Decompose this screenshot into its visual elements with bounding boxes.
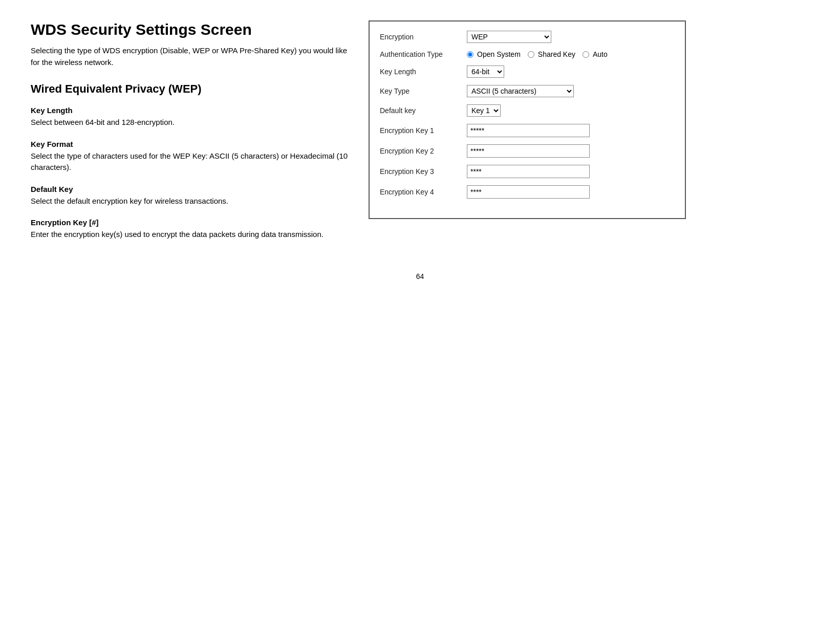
auto-option[interactable]: Auto (583, 50, 608, 58)
key-length-body: Select between 64-bit and 128-encryption… (31, 117, 348, 128)
key-type-select[interactable]: ASCII (5 characters) Hexadecimal (10 cha… (467, 85, 574, 97)
default-key-title: Default Key (31, 185, 348, 193)
enc-key2-row: Encryption Key 2 (380, 144, 675, 158)
key-length-select[interactable]: 64-bit 128-bit (467, 66, 504, 78)
key-length-form-label: Key Length (380, 68, 462, 76)
page-title: WDS Security Settings Screen (31, 20, 348, 39)
content-area: WDS Security Settings Screen Selecting t… (31, 20, 809, 252)
key-length-row: Key Length 64-bit 128-bit (380, 66, 675, 78)
open-system-label: Open System (477, 50, 521, 58)
auto-label: Auto (593, 50, 608, 58)
enc-key2-label: Encryption Key 2 (380, 147, 462, 155)
encryption-control: WEP Disable WPA Pre-Shared Key (467, 31, 675, 43)
auth-type-row: Authentication Type Open System Shared K… (380, 50, 675, 58)
enc-key1-input[interactable] (467, 124, 590, 137)
enc-key2-control (467, 144, 675, 158)
enc-key4-row: Encryption Key 4 (380, 185, 675, 199)
enc-key-title: Encryption Key [#] (31, 218, 348, 227)
encryption-label: Encryption (380, 33, 462, 41)
shared-key-label: Shared Key (538, 50, 575, 58)
enc-key2-input[interactable] (467, 144, 590, 158)
page-number: 64 (31, 272, 809, 280)
enc-key3-input[interactable] (467, 165, 590, 178)
right-panel: Encryption WEP Disable WPA Pre-Shared Ke… (369, 20, 686, 219)
key-length-control: 64-bit 128-bit (467, 66, 675, 78)
enc-key1-label: Encryption Key 1 (380, 126, 462, 135)
intro-text: Selecting the type of WDS encryption (Di… (31, 45, 348, 68)
enc-key4-label: Encryption Key 4 (380, 188, 462, 196)
key-format-title: Key Format (31, 140, 348, 148)
key-type-control: ASCII (5 characters) Hexadecimal (10 cha… (467, 85, 675, 97)
default-key-row: Default key Key 1 Key 2 Key 3 Key 4 (380, 104, 675, 117)
enc-key-body: Enter the encryption key(s) used to encr… (31, 229, 348, 241)
enc-key3-control (467, 165, 675, 178)
auto-radio[interactable] (583, 51, 589, 58)
enc-key1-row: Encryption Key 1 (380, 124, 675, 137)
left-panel: WDS Security Settings Screen Selecting t… (31, 20, 348, 252)
open-system-option[interactable]: Open System (467, 50, 521, 58)
key-format-body: Select the type of characters used for t… (31, 150, 348, 174)
enc-key3-row: Encryption Key 3 (380, 165, 675, 178)
enc-key4-control (467, 185, 675, 199)
enc-key1-control (467, 124, 675, 137)
page-wrapper: WDS Security Settings Screen Selecting t… (0, 0, 840, 301)
default-key-body: Select the default encryption key for wi… (31, 196, 348, 207)
key-length-title: Key Length (31, 106, 348, 115)
auth-type-label: Authentication Type (380, 50, 462, 58)
encryption-select[interactable]: WEP Disable WPA Pre-Shared Key (467, 31, 551, 43)
key-type-label: Key Type (380, 87, 462, 95)
key-type-row: Key Type ASCII (5 characters) Hexadecima… (380, 85, 675, 97)
default-key-control: Key 1 Key 2 Key 3 Key 4 (467, 104, 675, 117)
enc-key3-label: Encryption Key 3 (380, 167, 462, 176)
auth-type-control: Open System Shared Key Auto (467, 50, 675, 58)
open-system-radio[interactable] (467, 51, 473, 58)
shared-key-option[interactable]: Shared Key (528, 50, 575, 58)
encryption-row: Encryption WEP Disable WPA Pre-Shared Ke… (380, 31, 675, 43)
wep-heading: Wired Equivalent Privacy (WEP) (31, 82, 348, 96)
default-key-select[interactable]: Key 1 Key 2 Key 3 Key 4 (467, 104, 501, 117)
enc-key4-input[interactable] (467, 185, 590, 199)
shared-key-radio[interactable] (528, 51, 534, 58)
default-key-form-label: Default key (380, 106, 462, 115)
